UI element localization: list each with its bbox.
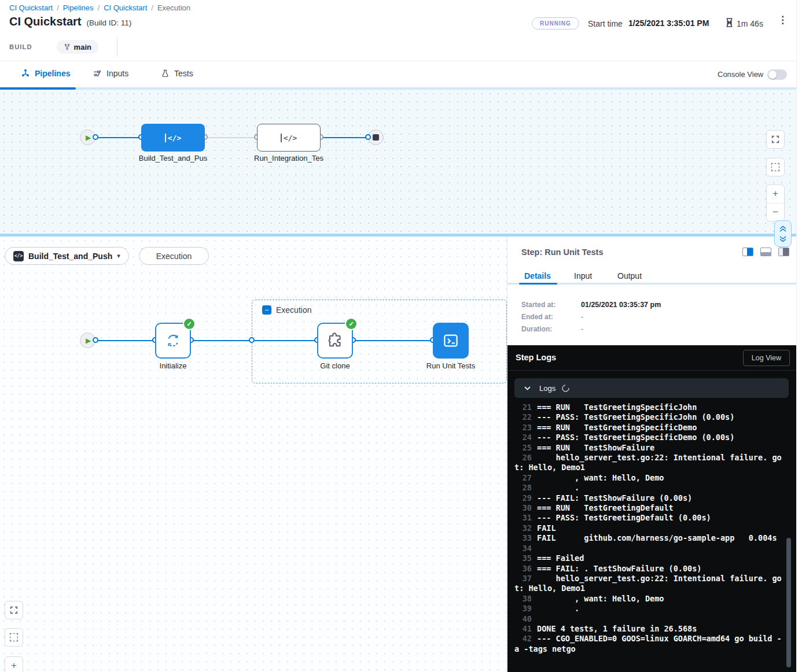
caret-down-icon: ▾: [117, 252, 120, 260]
breadcrumb-separator: /: [98, 3, 100, 12]
refresh-icon: [164, 332, 182, 349]
tab-label: Tests: [174, 69, 193, 78]
canvas-fullscreen-button[interactable]: [766, 130, 785, 149]
log-output: 21=== RUN TestGreetingSpecificJohn 22---…: [514, 403, 783, 670]
panel-tab-underline-active: [519, 283, 557, 285]
logs-collapsible-bar[interactable]: Logs: [514, 378, 789, 398]
log-view-button[interactable]: Log View: [743, 350, 790, 366]
port: [365, 134, 371, 140]
page-scrollbar[interactable]: [796, 0, 802, 672]
log-line: 37 hello_server_test.go:22: Intentional …: [514, 574, 783, 594]
fullscreen-icon: [771, 135, 780, 144]
log-line-number: 21: [514, 403, 532, 412]
console-view-toggle[interactable]: [767, 69, 787, 80]
toggle-knob: [768, 71, 777, 79]
log-line-text: --- FAIL: TestShowFailure (0.00s): [537, 493, 692, 503]
log-line-number: 25: [514, 443, 532, 453]
detail-label: Started at:: [521, 301, 581, 309]
log-line: 29--- FAIL: TestShowFailure (0.00s): [514, 493, 783, 503]
stage-canvas[interactable]: </> Build_Test_and_Push ▾ Execution − Ex…: [0, 237, 507, 672]
step-node-run-unit-tests[interactable]: [433, 323, 469, 359]
canvas-select-button[interactable]: [766, 158, 785, 176]
log-line-number: 30: [514, 503, 532, 513]
layout-dock-bottom-icon[interactable]: [760, 248, 771, 256]
branch-pill[interactable]: main: [57, 40, 98, 54]
log-scrollbar-thumb[interactable]: [786, 538, 791, 667]
log-line-number: 31: [514, 513, 532, 523]
canvas-zoom-controls: + −: [766, 184, 785, 221]
stage-selector-dropdown[interactable]: </> Build_Test_and_Push ▾: [5, 247, 129, 265]
detail-value: 01/25/2021 03:35:37 pm: [581, 301, 661, 309]
log-line-text: FAIL github.com/harness/go-sample-app 0.…: [537, 533, 777, 542]
log-line-text: hello_server_test.go:22: Intentional fai…: [514, 453, 782, 472]
log-line-text: --- PASS: TestGreetingSpecificJohn (0.00…: [537, 412, 734, 422]
chevrons-up-icon: [779, 225, 787, 232]
log-line-number: 32: [514, 523, 532, 533]
tab-label: Inputs: [106, 69, 128, 78]
step-node-initialize[interactable]: ✓: [155, 323, 191, 359]
tab-details[interactable]: Details: [524, 271, 551, 280]
log-line: 35=== Failed: [514, 553, 783, 563]
chevron-down-icon: [524, 386, 531, 390]
collapse-group-icon[interactable]: −: [262, 305, 271, 315]
breadcrumb-link-pipelines[interactable]: Pipelines: [63, 3, 94, 12]
code-stage-icon: </>: [165, 134, 181, 142]
log-line-text: === RUN TestGreetingDefault: [537, 503, 674, 512]
tab-output[interactable]: Output: [617, 271, 642, 280]
log-line-number: 33: [514, 533, 532, 543]
start-time-value: 1/25/2021 3:35:01 PM: [628, 19, 709, 28]
step-node-git-clone[interactable]: ✓: [317, 323, 353, 359]
terminal-icon: [442, 332, 459, 349]
execution-view-label: Execution: [156, 252, 192, 261]
tab-input[interactable]: Input: [574, 271, 592, 280]
pipeline-canvas[interactable]: ▶ </> </> Build_Test_and_Pus Run_Integra…: [0, 90, 796, 234]
zoom-in-button[interactable]: +: [5, 656, 23, 672]
play-icon: ▶: [86, 134, 91, 141]
step-panel-title: Step: Run Unit Tests: [521, 248, 604, 257]
tab-inputs[interactable]: Inputs: [93, 69, 128, 78]
log-line-number: 38: [514, 594, 532, 604]
tab-label: Pipelines: [35, 69, 70, 78]
detail-row: Started at: 01/25/2021 03:35:37 pm: [521, 298, 776, 311]
detail-value: -: [581, 313, 583, 321]
inputs-icon: [93, 69, 102, 78]
stage-node-run-integration-tests[interactable]: </>: [257, 124, 321, 152]
breadcrumb: CI Quickstart/Pipelines/CI Quickstart/Ex…: [9, 3, 190, 12]
more-options-icon[interactable]: ⋮: [778, 15, 788, 25]
marquee-icon: [771, 163, 779, 171]
log-line-number: 22: [514, 412, 532, 422]
log-line-number: 37: [514, 574, 532, 584]
edge-stage2-to-end: [321, 137, 368, 138]
stage-node-build-test-and-push[interactable]: </>: [141, 124, 205, 152]
log-line: 22--- PASS: TestGreetingSpecificJohn (0.…: [514, 412, 783, 422]
canvas-fullscreen-button[interactable]: [5, 601, 23, 619]
panel-resize-control[interactable]: [774, 220, 792, 247]
log-line-number: 28: [514, 483, 532, 493]
log-line-number: 35: [514, 553, 532, 563]
start-time-label: Start time: [588, 19, 623, 28]
main-tabs-bar: Pipelines Inputs Tests Console View: [0, 61, 796, 87]
tab-tests[interactable]: Tests: [161, 69, 193, 78]
breadcrumb-link-pipeline[interactable]: CI Quickstart: [9, 3, 53, 12]
port: [93, 337, 98, 343]
canvas-select-button[interactable]: [5, 628, 23, 647]
log-line-number: 41: [514, 624, 532, 634]
layout-split-right-icon[interactable]: [742, 248, 753, 256]
log-line-number: 34: [514, 544, 532, 553]
zoom-in-button[interactable]: +: [767, 185, 784, 204]
log-line-number: 24: [514, 433, 532, 442]
tab-pipelines[interactable]: Pipelines: [21, 69, 70, 78]
log-line-text: hello_server_test.go:22: Intentional fai…: [514, 574, 782, 593]
execution-view-button[interactable]: Execution: [139, 247, 209, 265]
log-line-text: , want: Hello, Demo: [537, 473, 664, 482]
breadcrumb-link-pipeline2[interactable]: CI Quickstart: [104, 3, 147, 12]
log-line-text: === Failed: [537, 553, 584, 563]
log-line: 40: [514, 614, 783, 624]
layout-dock-right-icon[interactable]: [778, 248, 789, 256]
zoom-out-button[interactable]: −: [767, 204, 784, 221]
step-details-panel: Step: Run Unit Tests Details Input Outpu…: [507, 237, 796, 672]
log-line: 34: [514, 544, 783, 553]
log-line-number: 39: [514, 604, 532, 614]
build-id: (Build ID: 11): [86, 19, 131, 27]
log-line: 38 , want: Hello, Demo: [514, 594, 783, 604]
